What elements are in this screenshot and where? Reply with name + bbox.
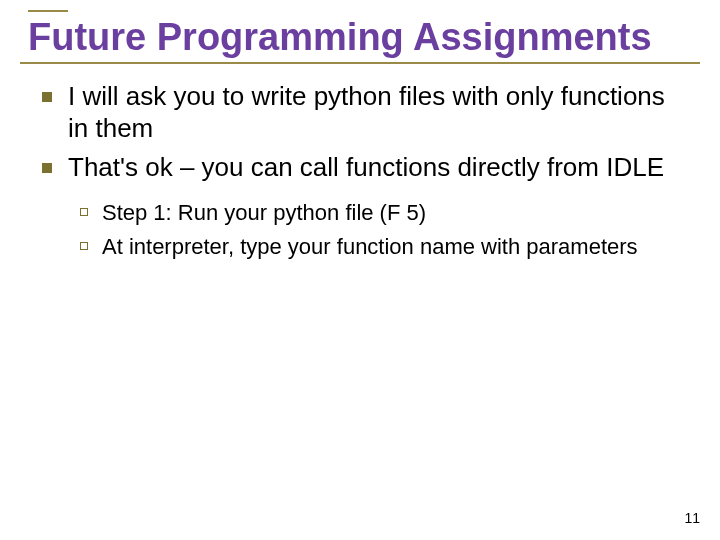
slide: Future Programming Assignments I will as… bbox=[0, 0, 720, 540]
list-item: That's ok – you can call functions direc… bbox=[42, 151, 690, 184]
bullet-list: I will ask you to write python files wit… bbox=[20, 80, 700, 184]
list-item: I will ask you to write python files wit… bbox=[42, 80, 690, 145]
page-number: 11 bbox=[684, 510, 700, 526]
square-bullet-icon bbox=[42, 163, 52, 173]
slide-title: Future Programming Assignments bbox=[28, 16, 700, 60]
hollow-square-bullet-icon bbox=[80, 208, 88, 216]
hollow-square-bullet-icon bbox=[80, 242, 88, 250]
sub-bullet-text: At interpreter, type your function name … bbox=[102, 233, 638, 261]
title-underline bbox=[20, 62, 700, 64]
list-item: Step 1: Run your python file (F 5) bbox=[80, 199, 690, 227]
sub-bullet-text: Step 1: Run your python file (F 5) bbox=[102, 199, 426, 227]
bullet-text: That's ok – you can call functions direc… bbox=[68, 151, 664, 184]
sub-bullet-list: Step 1: Run your python file (F 5) At in… bbox=[20, 199, 700, 260]
title-top-rule bbox=[28, 10, 68, 12]
list-item: At interpreter, type your function name … bbox=[80, 233, 690, 261]
bullet-text: I will ask you to write python files wit… bbox=[68, 80, 690, 145]
square-bullet-icon bbox=[42, 92, 52, 102]
